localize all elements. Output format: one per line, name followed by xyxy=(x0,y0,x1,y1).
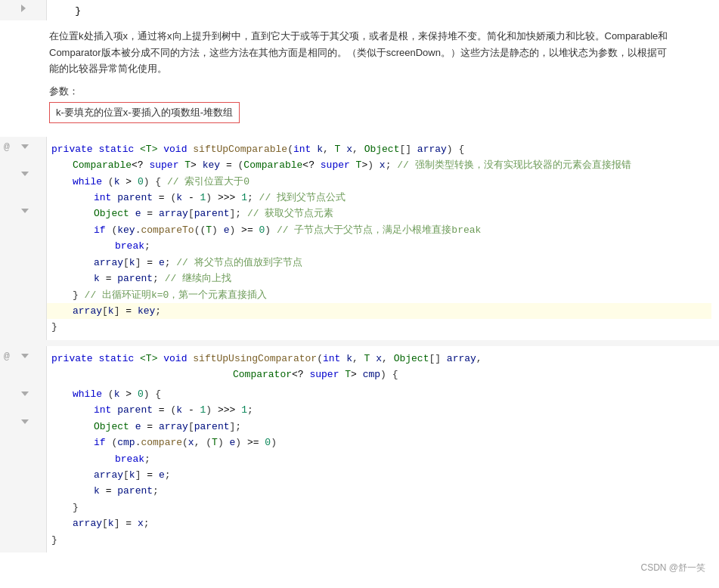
method2-parent: int parent = (k - 1) >>> 1; xyxy=(51,402,711,418)
method1-line4: Object e = array[parent]; // 获取父节点元素 xyxy=(51,206,711,221)
method2-sig2: Comparator<? super T> cmp) { xyxy=(51,367,711,382)
top-close-brace: } xyxy=(51,3,711,19)
method1-while-close: } // 出循环证明k=0，第一个元素直接插入 xyxy=(51,287,711,303)
method1-while: while (k > 0) { // 索引位置大于0 xyxy=(51,174,711,190)
method1-line1: Comparable<? super T> key = (Comparable<… xyxy=(51,157,711,173)
method2-while-close: } xyxy=(51,500,711,515)
params-label: 参数： xyxy=(49,83,670,99)
method2-while: while (k > 0) { xyxy=(51,386,711,402)
watermark: CSDN @舒一笑 xyxy=(640,562,705,574)
method2-e: Object e = array[parent]; xyxy=(51,419,711,435)
method1-line5: if (key.compareTo((T) e) >= 0) // 子节点大于父… xyxy=(51,222,711,238)
method1-close: } xyxy=(51,319,711,335)
method2-if: if (cmp.compare(x, (T) e) >= 0) xyxy=(51,435,711,450)
at-icon-1: @ xyxy=(4,141,10,153)
param-box: k-要填充的位置x-要插入的项数组-堆数组 xyxy=(49,102,240,122)
fold-icon[interactable] xyxy=(21,5,26,12)
at-icon-2: @ xyxy=(4,351,10,362)
method1-line8: k = parent; // 继续向上找 xyxy=(51,271,711,286)
method2-break: break; xyxy=(51,451,711,467)
method2-array-k: array[k] = e; xyxy=(51,467,711,483)
method1-break: break; xyxy=(51,238,711,254)
fold-if1[interactable] xyxy=(21,209,29,213)
method2-close: } xyxy=(51,532,711,548)
method2-array-x: array[k] = x; xyxy=(51,515,711,531)
top-brace-section: } xyxy=(0,0,719,20)
method1-sig: private static <T> void siftUpComparable… xyxy=(51,141,711,157)
method2-left-bar: @ xyxy=(0,346,47,552)
fold-while1[interactable] xyxy=(21,172,29,176)
description-block: 在位置k处插入项x，通过将x向上提升到树中，直到它大于或等于其父项，或者是根，来… xyxy=(0,20,719,130)
method2-section: @ private static <T> void siftUpUsingCom… xyxy=(0,346,719,552)
method1-section: @ private static <T> void siftUpComparab… xyxy=(0,137,719,340)
fold-while2[interactable] xyxy=(21,391,29,396)
fold-if2[interactable] xyxy=(21,419,29,424)
method1-line7: array[k] = e; // 将父节点的值放到字节点 xyxy=(51,255,711,271)
method2-k-parent: k = parent; xyxy=(51,483,711,499)
fold-method1[interactable] xyxy=(21,144,29,149)
method1-left-bar: @ xyxy=(0,137,47,340)
left-bar xyxy=(0,0,47,20)
separator xyxy=(0,340,719,346)
page-container: } 在位置k处插入项x，通过将x向上提升到树中，直到它大于或等于其父项，或者是根… xyxy=(0,0,719,588)
method1-array-k: array[k] = key; xyxy=(51,303,711,319)
description-text: 在位置k处插入项x，通过将x向上提升到树中，直到它大于或等于其父项，或者是根，来… xyxy=(49,28,670,76)
method2-sig1: private static <T> void siftUpUsingCompa… xyxy=(51,351,711,367)
method1-highlight-line: array[k] = key; xyxy=(0,303,711,319)
method1-line3: int parent = (k - 1) >>> 1; // 找到父节点公式 xyxy=(51,190,711,206)
fold-method2[interactable] xyxy=(21,354,29,358)
